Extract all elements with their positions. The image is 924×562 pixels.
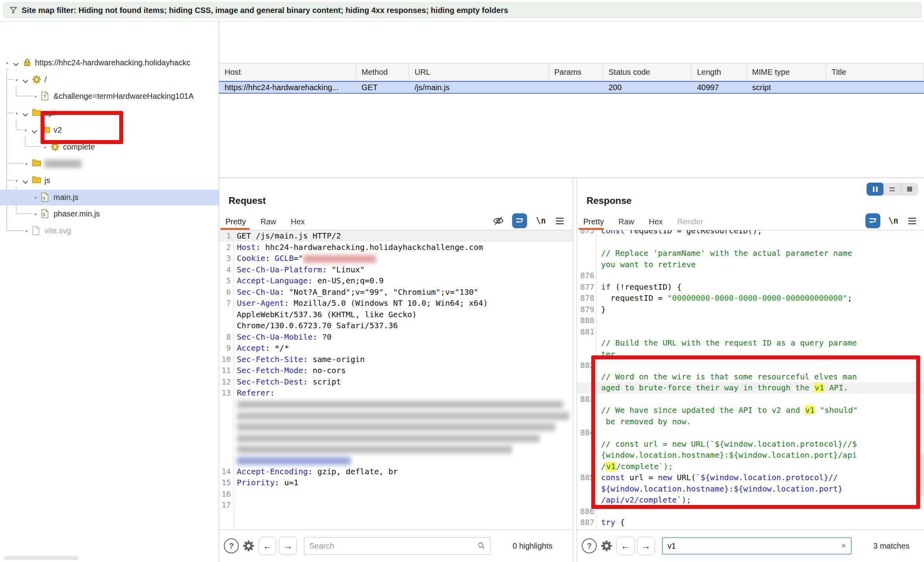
tree-item-vite.svg[interactable]: vite.svg	[0, 223, 219, 239]
tree-node-dot	[25, 129, 27, 131]
folder-icon	[32, 108, 41, 118]
sitemap-filter-bar[interactable]: Site map filter: Hiding not found items;…	[3, 2, 921, 18]
clear-search-icon[interactable]: ×	[841, 541, 846, 551]
tree-item-redacted[interactable]	[0, 156, 219, 172]
tree-node-dot	[35, 96, 37, 98]
request-panel: Request PrettyRawHex \n 1GET /js/main.js…	[219, 178, 573, 562]
next-match-button[interactable]: →	[637, 537, 655, 555]
redacted-label	[44, 160, 82, 168]
code-line	[219, 421, 573, 433]
sitemap-table-row-selected[interactable]: https://hhc24-hardwarehacking...GET/js/m…	[219, 81, 924, 94]
line-number: 884	[579, 427, 594, 438]
response-editor[interactable]: 875const requestID = getResourceID();// …	[577, 230, 924, 529]
chevron-down-icon[interactable]	[22, 78, 28, 85]
code-line: // const url = new URL(`${window.locatio…	[577, 438, 924, 450]
chevron-down-icon[interactable]	[31, 128, 37, 135]
code-line: 886	[577, 506, 924, 517]
tree-item-api[interactable]: api	[0, 105, 219, 121]
previous-match-button[interactable]: ←	[616, 537, 634, 555]
line-number: 5	[219, 275, 231, 287]
help-icon[interactable]: ?	[224, 538, 239, 553]
tree-item-complete[interactable]: complete	[0, 139, 219, 155]
code-line: 883	[577, 394, 924, 405]
line-number: 1	[219, 230, 231, 242]
column-header-url[interactable]: URL	[409, 63, 549, 81]
tree-item-v2[interactable]: v2	[0, 122, 219, 138]
tree-item-phaser.min.js[interactable]: sphaser.min.js	[0, 206, 219, 222]
menu-icon[interactable]	[552, 213, 567, 228]
line-number: 881	[579, 326, 594, 338]
line-number: 882	[579, 360, 594, 371]
column-header-host[interactable]: Host	[219, 63, 356, 81]
search-settings-gear-icon[interactable]	[599, 538, 614, 553]
word-wrap-icon[interactable]	[512, 213, 527, 228]
tree-item--[interactable]: /	[0, 72, 219, 88]
cell-url: /js/main.js	[409, 82, 549, 93]
cell-params	[549, 82, 603, 93]
read-only-eye-icon[interactable]	[491, 213, 506, 228]
tree-node-dot	[44, 146, 46, 148]
code-line: 13Referer:	[219, 387, 573, 399]
column-header-status-code[interactable]: Status code	[603, 63, 692, 81]
response-vertical-scrollbar[interactable]	[920, 453, 924, 497]
sitemap-tree-panel[interactable]: https://hhc24-hardwarehacking.holidayhac…	[0, 22, 219, 562]
word-wrap-icon[interactable]	[865, 213, 880, 228]
tab-raw[interactable]: Raw	[618, 217, 634, 230]
nonprintable-icon[interactable]: \n	[533, 213, 548, 228]
next-match-button[interactable]: →	[279, 537, 297, 555]
tree-horizontal-scrollbar[interactable]	[4, 556, 79, 560]
column-header-method[interactable]: Method	[356, 63, 409, 81]
help-icon[interactable]: ?	[582, 538, 597, 553]
pause-stream-button[interactable]	[867, 183, 883, 196]
lines-stream-button[interactable]	[883, 183, 900, 196]
selected-tab-underline	[220, 228, 250, 230]
code-line: 15Priority: u=1	[219, 477, 573, 488]
menu-icon[interactable]	[905, 213, 920, 228]
tree-item-main.js[interactable]: smain.js	[0, 190, 219, 205]
line-number: 10	[219, 354, 231, 365]
line-number: 876	[579, 270, 594, 281]
code-line: /v1/complete`);	[577, 461, 924, 472]
redacted-text	[237, 401, 563, 409]
chevron-down-icon[interactable]	[22, 179, 28, 186]
column-header-mime-type[interactable]: MIME type	[747, 63, 826, 81]
tab-render[interactable]: Render	[677, 217, 703, 230]
tree-item--challenge-termhardwarehacking101a[interactable]: ?&challenge=termHardwareHacking101A	[0, 89, 219, 104]
nonprintable-icon[interactable]: \n	[886, 213, 901, 228]
line-number: 878	[579, 292, 594, 304]
code-line: 879}	[577, 304, 924, 315]
tree-item-js[interactable]: js	[0, 173, 219, 189]
tree-item-https---hhc24-hardwarehacking.holidayhackc[interactable]: https://hhc24-hardwarehacking.holidayhac…	[0, 55, 219, 71]
magnifier-icon	[477, 542, 486, 550]
column-header-title[interactable]: Title	[826, 63, 924, 81]
line-number: 883	[579, 394, 594, 405]
previous-match-button[interactable]: ←	[258, 537, 277, 555]
request-editor[interactable]: 1GET /js/main.js HTTP/22Host: hhc24-hard…	[219, 230, 573, 529]
search-settings-gear-icon[interactable]	[241, 538, 256, 553]
response-title: Response	[586, 195, 632, 206]
tab-raw[interactable]: Raw	[260, 217, 276, 230]
line-number: 3	[219, 253, 231, 264]
sitemap-table-header[interactable]: HostMethodURLParamsStatus codeLengthMIME…	[219, 63, 924, 81]
tree-node-dot	[6, 62, 8, 64]
tree-item-label: v2	[53, 126, 62, 135]
response-panel: Response PrettyRawHexRender \n 875const …	[577, 178, 924, 562]
chevron-down-icon[interactable]	[22, 111, 28, 118]
request-search-input[interactable]: Search	[304, 537, 491, 555]
line-number: 6	[219, 287, 231, 298]
code-line: // Build the URL with the request ID as …	[577, 337, 924, 349]
line-number: 14	[219, 466, 231, 477]
line-number: 885	[579, 472, 594, 483]
response-search-input[interactable]: v1 ×	[662, 537, 852, 555]
tab-hex[interactable]: Hex	[291, 217, 305, 230]
tab-hex[interactable]: Hex	[649, 217, 663, 230]
code-line: aged to brute-force their way in through…	[577, 382, 924, 394]
column-header-length[interactable]: Length	[692, 63, 747, 81]
code-line: 4Sec-Ch-Ua-Platform: "Linux"	[219, 264, 573, 275]
tree-item-label: phaser.min.js	[53, 209, 100, 218]
chevron-down-icon[interactable]	[13, 61, 19, 68]
column-header-params[interactable]: Params	[549, 63, 603, 81]
stop-stream-button[interactable]	[901, 183, 918, 196]
lock-icon	[22, 58, 32, 69]
code-line: 3Cookie: GCLB="	[219, 253, 573, 264]
